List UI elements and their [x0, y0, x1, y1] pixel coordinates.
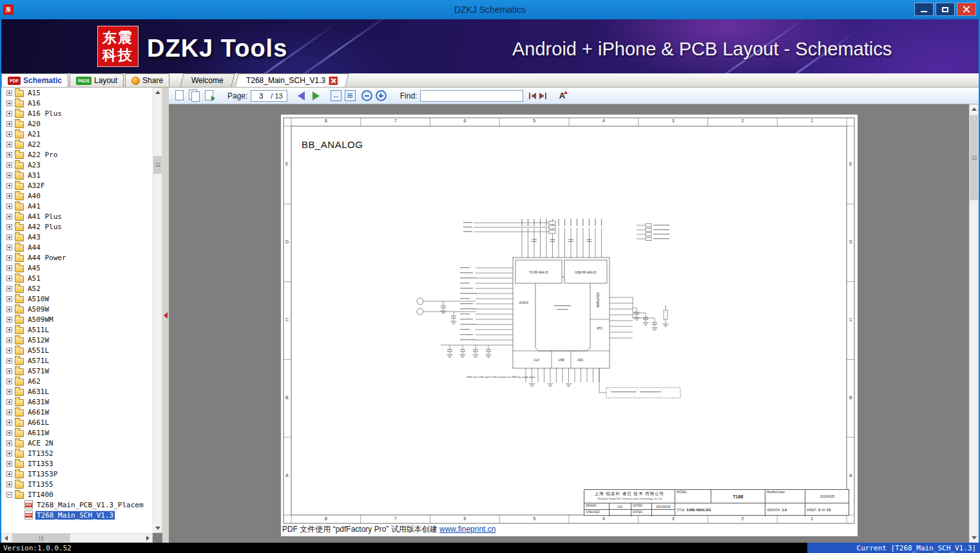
tree-item-a23[interactable]: A23 — [1, 160, 153, 170]
tree-item-a62[interactable]: A62 — [1, 376, 153, 386]
fit-width-button[interactable]: ↔ — [331, 90, 341, 101]
expand-icon[interactable] — [6, 214, 12, 220]
expand-icon[interactable] — [6, 409, 12, 415]
expand-icon[interactable] — [6, 234, 12, 240]
expand-icon[interactable] — [6, 379, 12, 384]
expand-icon[interactable] — [6, 306, 12, 312]
tree-item-a631w[interactable]: A631W — [1, 397, 153, 407]
sidebar-splitter[interactable] — [162, 88, 169, 543]
tree-item-a21[interactable]: A21 — [1, 129, 153, 139]
expand-icon[interactable] — [6, 173, 12, 178]
sidebar-vertical-scrollbar[interactable] — [153, 88, 162, 533]
tree-item-it1353p[interactable]: IT1353P — [1, 469, 153, 479]
app-icon[interactable]: 东 — [3, 5, 14, 15]
tab-schematic[interactable]: PDF Schematic — [1, 73, 68, 87]
tree-item-a41[interactable]: A41 — [1, 201, 153, 211]
maximize-button[interactable] — [936, 3, 955, 16]
expand-icon[interactable] — [6, 461, 12, 467]
tree-item-a661w[interactable]: A661W — [1, 407, 153, 417]
expand-icon[interactable] — [6, 265, 12, 271]
expand-icon[interactable] — [6, 451, 12, 456]
document-viewport[interactable]: BB_ANALOG TO RF ANA IO GSM RF ANA — [169, 104, 969, 543]
tab-welcome[interactable]: Welcome — [180, 73, 235, 87]
tab-document[interactable]: T268_Main_SCH_V1.3 — [235, 73, 349, 87]
tree-item-it1352[interactable]: IT1352 — [1, 448, 153, 458]
scrollbar-thumb[interactable] — [12, 534, 70, 542]
tree-item-it1353[interactable]: IT1353 — [1, 458, 153, 469]
expand-icon[interactable] — [6, 111, 12, 117]
tree-item-a22-pro[interactable]: A22 Pro — [1, 149, 153, 160]
expand-icon[interactable] — [6, 142, 12, 147]
tab-share[interactable]: Share — [125, 73, 169, 87]
tree-item-a41-plus[interactable]: A41 Plus — [1, 211, 153, 221]
tree-item-a512w[interactable]: A512W — [1, 335, 153, 345]
expand-icon[interactable] — [6, 399, 12, 405]
expand-icon[interactable] — [6, 183, 12, 189]
scroll-down-button[interactable] — [153, 524, 162, 532]
tree-item-a631l[interactable]: A631L — [1, 386, 153, 397]
tree-item-a43[interactable]: A43 — [1, 232, 153, 242]
expand-icon[interactable] — [6, 276, 12, 281]
tree-item-a32f[interactable]: A32F — [1, 180, 153, 191]
scroll-right-button[interactable] — [144, 534, 152, 542]
expand-icon[interactable] — [6, 90, 12, 96]
tree-item-a31[interactable]: A31 — [1, 170, 153, 180]
tree-item-a42-plus[interactable]: A42 Plus — [1, 221, 153, 232]
find-next-button[interactable] — [539, 93, 546, 99]
tree-item-a22[interactable]: A22 — [1, 139, 153, 149]
expand-icon[interactable] — [6, 131, 12, 137]
zoom-out-button[interactable] — [361, 90, 372, 101]
single-page-view-icon[interactable] — [174, 89, 186, 102]
tree-item-a511l[interactable]: A511L — [1, 324, 153, 335]
scroll-up-button[interactable] — [970, 105, 978, 113]
expand-icon[interactable] — [6, 482, 12, 487]
tree-item-a509w[interactable]: A509W — [1, 304, 153, 314]
expand-icon[interactable] — [6, 162, 12, 168]
tree-item-a40[interactable]: A40 — [1, 191, 153, 201]
scrollbar-thumb[interactable] — [970, 115, 978, 200]
tree-item-a509wm[interactable]: A509WM — [1, 314, 153, 324]
expand-icon[interactable] — [6, 358, 12, 364]
tree-item-a16-plus[interactable]: A16 Plus — [1, 108, 153, 118]
page-input[interactable] — [251, 91, 271, 101]
scroll-up-button[interactable] — [153, 88, 162, 97]
tree-item-a44[interactable]: A44 — [1, 242, 153, 252]
tree-item-a571w[interactable]: A571W — [1, 366, 153, 376]
tree-item-t268-main-sch-v1-3[interactable]: PDFT268_Main_SCH_V1.3 — [1, 510, 153, 520]
expand-icon[interactable] — [6, 152, 12, 158]
tree-item-a510w[interactable]: A510W — [1, 294, 153, 304]
expand-icon[interactable] — [6, 100, 12, 106]
fit-page-button[interactable]: ⊞ — [345, 90, 356, 101]
tree-item-a16[interactable]: A16 — [1, 98, 153, 108]
tree-item-a51[interactable]: A51 — [1, 273, 153, 283]
expand-icon[interactable] — [6, 203, 12, 209]
tree-item-a15[interactable]: A15 — [1, 88, 153, 98]
scrollbar-thumb[interactable] — [153, 156, 162, 174]
tree-item-it1355[interactable]: IT1355 — [1, 479, 153, 489]
tree-item-a52[interactable]: A52 — [1, 283, 153, 294]
next-page-button[interactable] — [311, 90, 322, 102]
expand-icon[interactable] — [6, 121, 12, 127]
sidebar-horizontal-scrollbar[interactable] — [1, 533, 153, 543]
expand-icon[interactable] — [6, 337, 12, 343]
expand-icon[interactable] — [6, 296, 12, 302]
tree-item-a611w[interactable]: A611W — [1, 427, 153, 438]
find-input[interactable] — [420, 90, 523, 102]
expand-icon[interactable] — [6, 430, 12, 436]
continuous-view-icon[interactable] — [204, 89, 215, 102]
collapse-icon[interactable] — [6, 492, 12, 498]
scroll-down-button[interactable] — [970, 534, 978, 542]
expand-icon[interactable] — [6, 368, 12, 374]
tab-layout[interactable]: PADS Layout — [70, 73, 124, 87]
expand-icon[interactable] — [6, 389, 12, 395]
tree-item-t268-main-pcb-v1-3-placem[interactable]: PDFT268_Main_PCB_V1.3_Placem — [1, 500, 153, 510]
close-tab-button[interactable] — [329, 77, 338, 85]
tree-item-ace-2n[interactable]: ACE 2N — [1, 438, 153, 448]
expand-icon[interactable] — [6, 193, 12, 199]
text-size-button[interactable]: A — [556, 90, 568, 102]
expand-icon[interactable] — [6, 245, 12, 250]
zoom-in-button[interactable] — [376, 90, 387, 101]
fineprint-link[interactable]: www.fineprint.cn — [439, 525, 495, 534]
tree-item-a571l[interactable]: A571L — [1, 355, 153, 366]
tree-item-a551l[interactable]: A551L — [1, 345, 153, 355]
